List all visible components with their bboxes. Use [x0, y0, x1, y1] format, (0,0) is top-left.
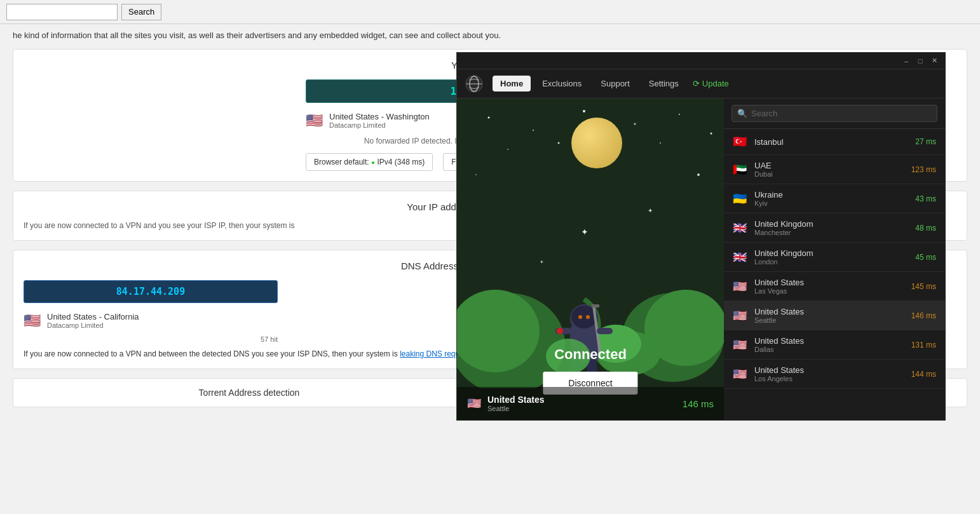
vpn-logo	[465, 74, 484, 93]
maximize-button[interactable]: □	[915, 55, 926, 67]
server-ms: 146 ms	[911, 311, 936, 320]
server-country: United Kingdom	[754, 219, 909, 229]
server-ms: 43 ms	[915, 194, 936, 203]
server-list: 🇹🇷 Istanbul 27 ms 🇦🇪 UAE Dubai 123 ms 🇺🇦…	[724, 129, 945, 420]
us-flag: 🇺🇸	[306, 112, 323, 129]
nav-support[interactable]: Support	[593, 76, 637, 91]
dns-flag-row: 🇺🇸 United States - California Datacamp L…	[24, 308, 278, 333]
server-item[interactable]: 🇺🇸 United States Los Angeles 144 ms	[724, 360, 945, 389]
server-info: Istanbul	[754, 137, 909, 147]
svg-text:✦: ✦	[648, 207, 653, 214]
moon	[571, 118, 622, 168]
browser-default-label: Browser default:	[314, 158, 369, 166]
nav-update[interactable]: ⟳ Update	[693, 79, 729, 88]
server-item[interactable]: 🇺🇸 United States Las Vegas 145 ms	[724, 272, 945, 301]
dns-hits: 57 hit	[24, 335, 278, 343]
server-flag: 🇺🇸	[733, 309, 748, 323]
close-button[interactable]: ✕	[929, 55, 940, 67]
server-info: United Kingdom Manchester	[754, 219, 909, 236]
browser-bar: Search	[0, 0, 980, 24]
svg-rect-31	[592, 304, 599, 308]
server-country: Istanbul	[754, 137, 909, 147]
server-item[interactable]: 🇦🇪 UAE Dubai 123 ms	[724, 155, 945, 184]
vpn-window: – □ ✕ Home Exclusions Support Settings ⟳…	[456, 52, 946, 421]
server-item[interactable]: 🇺🇸 United States Seattle 146 ms	[724, 301, 945, 330]
server-ms: 27 ms	[915, 137, 936, 146]
svg-point-36	[557, 328, 563, 334]
server-country: UAE	[754, 161, 905, 170]
server-info: United States Las Vegas	[754, 278, 905, 295]
vpn-search-input[interactable]	[751, 109, 932, 118]
vpn-search-bar: 🔍	[724, 98, 945, 129]
server-ms: 123 ms	[911, 165, 936, 174]
svg-point-11	[711, 133, 712, 135]
ninja-scene	[457, 248, 724, 388]
current-location: United States Seattle	[487, 395, 544, 412]
server-flag: 🇺🇸	[733, 280, 748, 294]
vpn-titlebar: – □ ✕	[457, 53, 945, 69]
server-city: London	[754, 258, 909, 266]
server-country: United States	[754, 278, 905, 287]
svg-point-6	[634, 123, 636, 125]
server-info: United States Los Angeles	[754, 365, 905, 382]
svg-point-13	[697, 173, 700, 176]
server-item[interactable]: 🇺🇦 Ukraine Kyiv 43 ms	[724, 184, 945, 213]
server-item[interactable]: 🇺🇸 United States Dallas 131 ms	[724, 330, 945, 360]
svg-point-29	[586, 315, 590, 319]
server-info: Ukraine Kyiv	[754, 190, 909, 207]
current-city: Seattle	[487, 405, 544, 412]
server-ms: 131 ms	[911, 341, 936, 349]
server-flag: 🇺🇸	[733, 338, 748, 352]
country-name: United States - Washington	[329, 112, 430, 121]
server-country: United States	[754, 365, 905, 375]
dns-ip-box: 84.17.44.209	[24, 280, 278, 303]
search-icon: 🔍	[737, 109, 747, 118]
server-country: United States	[754, 336, 905, 346]
connection-bar: 🇺🇸 United States Seattle 146 ms	[457, 387, 724, 420]
svg-text:✦: ✦	[581, 227, 589, 237]
svg-point-5	[583, 110, 585, 112]
svg-point-10	[660, 142, 661, 144]
nav-exclusions[interactable]: Exclusions	[534, 76, 589, 91]
current-flag: 🇺🇸	[467, 396, 481, 410]
svg-point-9	[558, 142, 560, 144]
server-item[interactable]: 🇬🇧 United Kingdom Manchester 48 ms	[724, 213, 945, 243]
browser-search-input[interactable]	[6, 4, 118, 20]
connected-text: Connected	[554, 346, 627, 363]
server-info: United Kingdom London	[754, 248, 909, 266]
ipv4-dot: ●	[371, 159, 375, 166]
server-city: Dallas	[754, 346, 905, 353]
server-item[interactable]: 🇹🇷 Istanbul 27 ms	[724, 129, 945, 155]
server-ms: 145 ms	[911, 282, 936, 291]
browser-search-button[interactable]: Search	[121, 4, 161, 20]
svg-point-8	[507, 149, 508, 150]
svg-rect-33	[597, 328, 613, 334]
server-country: United States	[754, 307, 905, 316]
server-city: Kyiv	[754, 200, 909, 207]
vpn-server-panel: 🔍 🇹🇷 Istanbul 27 ms 🇦🇪 UAE Dubai 123 ms …	[724, 98, 945, 420]
nav-settings[interactable]: Settings	[641, 76, 686, 91]
server-item[interactable]: 🇬🇧 United Kingdom London 45 ms	[724, 243, 945, 272]
svg-point-7	[679, 114, 680, 115]
server-flag: 🇬🇧	[733, 250, 748, 264]
svg-point-3	[488, 117, 490, 119]
browser-default-status: Browser default: ● IPv4 (348 ms)	[306, 153, 433, 171]
server-city: Las Vegas	[754, 287, 905, 295]
server-ms: 144 ms	[911, 370, 936, 379]
current-ms: 146 ms	[683, 398, 714, 409]
svg-point-12	[475, 174, 477, 175]
ipv4-label: IPv4	[377, 158, 392, 166]
server-flag: 🇬🇧	[733, 221, 748, 235]
server-flag: 🇦🇪	[733, 163, 748, 177]
dns-country: United States - California	[47, 312, 139, 321]
nav-home[interactable]: Home	[493, 76, 531, 91]
isp-name: Datacamp Limited	[329, 121, 430, 129]
info-text: he kind of information that all the site…	[13, 30, 967, 40]
server-city: Seattle	[754, 316, 905, 324]
server-flag: 🇺🇦	[733, 192, 748, 206]
server-info: United States Seattle	[754, 307, 905, 324]
svg-point-4	[533, 130, 534, 131]
minimize-button[interactable]: –	[901, 55, 912, 67]
server-city: Los Angeles	[754, 375, 905, 382]
update-icon: ⟳	[693, 79, 700, 88]
